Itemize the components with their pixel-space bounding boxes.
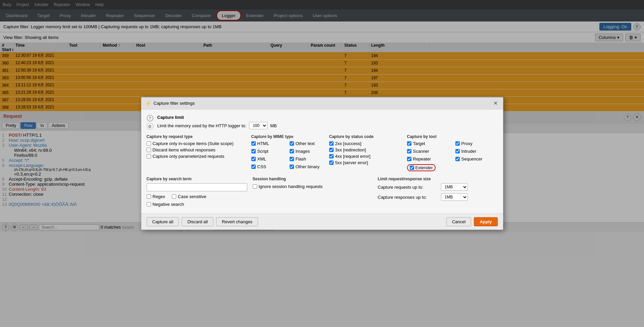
limit-size-title: Limit request/response size: [378, 177, 498, 181]
capture-limit-title: Capture limit: [157, 115, 277, 120]
modal-title-bar: ⚡ Capture filter settings ✕: [141, 97, 503, 109]
check-extender[interactable]: [410, 166, 414, 170]
search-term-input[interactable]: [147, 183, 247, 191]
search-term-options: Regex Case sensitive: [147, 194, 247, 200]
check-xml[interactable]: [251, 157, 256, 161]
check-ignore-session[interactable]: [253, 184, 257, 189]
check-inscope[interactable]: [147, 141, 151, 146]
check-regex[interactable]: [147, 194, 151, 199]
check-discard[interactable]: [147, 148, 151, 152]
modal-footer-right: Cancel Apply: [446, 217, 498, 226]
capture-requests-select[interactable]: 1MB2MB5MBUnlimited: [441, 183, 468, 191]
capture-by-search-panel: Capture by search term Regex Case sensit…: [147, 177, 247, 208]
check-repeater[interactable]: [407, 157, 411, 161]
capture-by-tool-col: Capture by tool Target Proxy Scanner Int…: [407, 134, 501, 173]
check-sequencer[interactable]: [455, 157, 460, 161]
capture-responses-select[interactable]: 1MB2MB5MBUnlimited: [441, 193, 468, 201]
modal-body: ? ⚙ Capture limit Limit the memory used …: [141, 109, 503, 214]
modal-footer: Capture all Discard all Revert changes C…: [141, 214, 503, 230]
capture-by-request-title: Capture by request type: [147, 134, 247, 139]
check-inscope-label: Capture only in-scope items (Suite scope…: [153, 141, 234, 146]
capture-by-mime-col: Capture by MIME type HTML Other text Scr…: [251, 134, 325, 173]
modal-lightning-icon: ⚡: [145, 101, 151, 106]
check-intruder[interactable]: [455, 149, 460, 153]
check-images[interactable]: [290, 149, 294, 153]
modal-close-button[interactable]: ✕: [492, 100, 499, 106]
check-2xx[interactable]: [329, 141, 334, 146]
modal-overlay: ⚡ Capture filter settings ✕ ? ⚙ Capture …: [0, 0, 644, 327]
capture-requests-label: Capture requests up to:: [378, 185, 438, 190]
check-3xx[interactable]: [329, 148, 334, 152]
capture-requests-row: Capture requests up to: 1MB2MB5MBUnlimit…: [378, 183, 498, 191]
apply-button[interactable]: Apply: [474, 217, 497, 226]
revert-changes-button[interactable]: Revert changes: [216, 217, 258, 226]
modal-title-text: Capture filter settings: [154, 101, 195, 106]
capture-by-mime-title: Capture by MIME type: [251, 134, 325, 139]
check-proxy[interactable]: [455, 141, 460, 146]
check-target[interactable]: [407, 141, 411, 146]
capture-limit-select[interactable]: 100 50 200: [249, 122, 267, 129]
gear-circle-icon[interactable]: ⚙: [147, 123, 153, 130]
session-handling-panel: Session handling Ignore session handling…: [253, 177, 373, 208]
capture-responses-label: Capture responses up to:: [378, 195, 438, 200]
capture-limit-section: ? ⚙ Capture limit Limit the memory used …: [147, 115, 498, 130]
capture-responses-row: Capture responses up to: 1MB2MB5MBUnlimi…: [378, 193, 498, 201]
capture-all-button[interactable]: Capture all: [147, 217, 179, 226]
check-html[interactable]: [251, 141, 256, 146]
check-negative-search[interactable]: [147, 202, 151, 206]
check-script[interactable]: [251, 149, 256, 153]
check-other-binary[interactable]: [290, 165, 294, 169]
check-discard-label: Discard items without responses: [153, 147, 215, 152]
check-flash[interactable]: [290, 157, 294, 161]
capture-limit-unit: MB: [270, 123, 277, 128]
capture-by-tool-title: Capture by tool: [407, 134, 501, 139]
discard-all-button[interactable]: Discard all: [182, 217, 213, 226]
capture-by-search-title: Capture by search term: [147, 177, 247, 181]
capture-filter-modal: ⚡ Capture filter settings ✕ ? ⚙ Capture …: [141, 97, 503, 230]
check-other-text[interactable]: [290, 141, 294, 146]
modal-footer-left: Capture all Discard all Revert changes: [147, 217, 258, 226]
capture-by-status-col: Capture by status code 2xx [success] 3xx…: [329, 134, 403, 173]
cancel-button[interactable]: Cancel: [446, 217, 471, 226]
limit-size-panel: Limit request/response size Capture requ…: [378, 177, 498, 208]
lower-panels: Capture by search term Regex Case sensit…: [147, 177, 498, 208]
check-parameterized-label: Capture only parameterized requests: [153, 154, 225, 159]
session-handling-title: Session handling: [253, 177, 373, 181]
capture-limit-label: Limit the memory used by the HTTP logger…: [157, 123, 247, 128]
check-case-sensitive[interactable]: [172, 194, 176, 199]
filters-grid: Capture by request type Capture only in-…: [147, 134, 498, 173]
capture-limit-row: Limit the memory used by the HTTP logger…: [157, 122, 277, 129]
capture-by-request-col: Capture by request type Capture only in-…: [147, 134, 247, 173]
extender-highlight: Extender: [407, 164, 436, 171]
check-4xx[interactable]: [329, 154, 334, 158]
check-css[interactable]: [251, 165, 256, 169]
check-5xx[interactable]: [329, 160, 334, 165]
check-parameterized[interactable]: [147, 154, 151, 158]
help-circle-icon[interactable]: ?: [147, 115, 153, 122]
check-scanner[interactable]: [407, 149, 411, 153]
capture-by-status-title: Capture by status code: [329, 134, 403, 139]
